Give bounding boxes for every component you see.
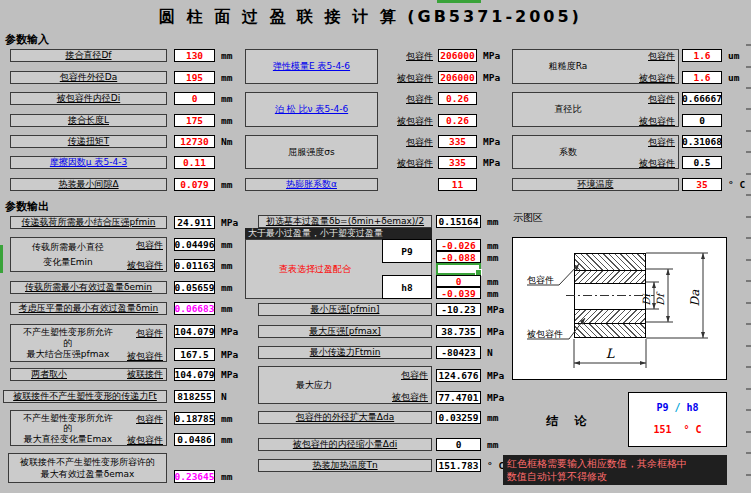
side-contained-part: 被包容件 <box>595 157 675 170</box>
side-container-part: 包容件 <box>595 50 675 63</box>
cell-min-clearance[interactable]: 0.079 <box>174 178 215 191</box>
label-max-pressure: 最大压强[pfmax] <box>258 325 432 338</box>
unit-label: um <box>728 71 739 84</box>
cell-max-pressure[interactable]: 38.735 <box>436 325 481 338</box>
cell-emod-contained[interactable]: 206000 <box>438 71 477 84</box>
poisson-table-link[interactable]: 泊 松 比ν 表5-4-6 <box>246 93 377 126</box>
unit-label: MPa <box>483 71 500 84</box>
cell-fit-lower-code[interactable]: h8 <box>382 275 432 299</box>
side-container-part: 包容件 <box>95 239 163 252</box>
label-ambient-temperature: 环境温度 <box>512 178 679 191</box>
instruction-note-band: 红色框格需要输入相应数值，其余框格中 数值自动计算不得修改 <box>503 455 727 485</box>
cell-min-interference-flattening[interactable]: 0.06683 <box>174 302 215 315</box>
dim-label-di: Di <box>641 294 652 306</box>
dimension-lines: Di Df Da L <box>513 238 728 381</box>
cell-pfmax-container[interactable]: 104.079 <box>174 325 215 338</box>
unit-label: mm <box>487 438 498 451</box>
unit-label: MPa <box>221 348 238 361</box>
cell-max-effective-interference[interactable]: 0.23645 <box>174 470 215 483</box>
unit-label: ° C <box>728 178 745 191</box>
cell-coeff-container[interactable]: 0.31068 <box>682 135 722 148</box>
cell-pfmax-contained[interactable]: 167.5 <box>174 348 215 361</box>
cell-min-joint-pressure[interactable]: 24.911 <box>174 216 215 229</box>
elastic-modulus-table-link[interactable]: 弹性模量E 表5-4-6 <box>246 50 377 83</box>
cell-yield-contained[interactable]: 335 <box>438 156 477 169</box>
box-poisson-ratio: 泊 松 比ν 表5-4-6 <box>245 92 378 127</box>
unit-label: mm <box>487 287 498 299</box>
cell-poisson-contained[interactable]: 0.26 <box>438 114 477 127</box>
friction-table-link[interactable]: 摩擦因数μ 表5-4-3 <box>50 156 127 169</box>
cell-inner-shrink[interactable]: 0 <box>436 438 481 451</box>
cell-joint-length[interactable]: 175 <box>174 114 215 127</box>
side-container-part: 包容件 <box>340 369 428 382</box>
side-contained-part: 被包容件 <box>95 434 163 447</box>
unit-label: mm <box>221 470 232 483</box>
cell-emod-container[interactable]: 206000 <box>438 49 477 62</box>
cell-ambient-temperature[interactable]: 35 <box>682 178 722 191</box>
label-transmissible-force: 被联接件不产生塑性变形的传递力Ft <box>3 390 167 403</box>
cell-yield-container[interactable]: 335 <box>438 135 477 148</box>
unit-label: MPa <box>487 325 504 338</box>
cell-emax-contained[interactable]: 0.0486 <box>174 433 215 446</box>
cell-joint-diameter[interactable]: 130 <box>174 49 215 62</box>
cell-take-smaller[interactable]: 104.079 <box>174 368 215 381</box>
label-torque: 传递扭矩T <box>10 135 167 148</box>
cell-inner-diameter[interactable]: 0 <box>174 92 215 105</box>
cell-min-transmit-force[interactable]: -80423 <box>436 346 481 359</box>
cell-coeff-contained[interactable]: 0.5 <box>682 156 722 169</box>
fit-selection-label: 查表选择过盈配合 <box>255 263 375 276</box>
unit-label: mm <box>487 411 498 424</box>
label-friction-link: 摩擦因数μ 表5-4-3 <box>10 156 167 169</box>
cell-upper-dev-2[interactable]: -0.088 <box>436 251 481 263</box>
cell-torque[interactable]: 12730 <box>174 135 215 148</box>
cell-dratio-container[interactable]: 0.66667 <box>682 92 722 105</box>
thermal-expansion-link[interactable]: 热膨胀系数α <box>286 178 337 191</box>
cell-outer-diameter[interactable]: 195 <box>174 71 215 84</box>
label-min-transmit-force: 最小传递力Ftmin <box>258 346 432 359</box>
diagram-area-label: 示图区 <box>513 211 543 225</box>
spreadsheet: 圆 柱 面 过 盈 联 接 计 算 (GB5371-2005) 参数输入 接合直… <box>0 0 751 493</box>
yield-strength-label: 屈服强度σs <box>246 136 377 168</box>
side-container-part: 包容件 <box>370 136 433 149</box>
selected-cell[interactable] <box>436 263 481 275</box>
unit-label: ° C <box>487 459 504 472</box>
diagram-outer-part-label: 包容件 <box>527 274 554 287</box>
cell-fit-upper-code[interactable]: P9 <box>382 239 432 263</box>
label-min-interference-flattening: 考虑压平量的最小有效过盈量δmin <box>10 302 167 315</box>
label-min-effective-interference: 传载所需最小有效过盈量δemin <box>10 281 167 294</box>
cell-max-stress-container[interactable]: 124.676 <box>436 369 481 382</box>
section-input-label: 参数输入 <box>5 32 49 47</box>
cell-friction[interactable]: 0.11 <box>174 156 215 169</box>
cell-upper-dev-1[interactable]: -0.026 <box>436 239 481 251</box>
unit-label: N <box>221 390 227 403</box>
cell-emin-contained[interactable]: 0.01163 <box>174 259 215 272</box>
unit-label: mm <box>221 412 232 425</box>
cell-lower-dev-1[interactable]: 0 <box>436 275 481 287</box>
cell-min-pressure[interactable]: -10.23 <box>436 303 481 316</box>
cell-dratio-contained[interactable]: 0 <box>682 114 722 127</box>
side-contained-part: 被包容件 <box>95 259 163 272</box>
diagram-inner-part-label: 被包容件 <box>527 328 563 341</box>
cell-lower-dev-2[interactable]: -0.039 <box>436 287 481 299</box>
box-elastic-modulus: 弹性模量E 表5-4-6 <box>245 49 378 84</box>
unit-label: MPa <box>487 369 504 382</box>
conclusion-fit: P9 / h8 <box>629 402 726 413</box>
cell-min-effective-interference[interactable]: 0.05659 <box>174 281 215 294</box>
cell-heating-temperature[interactable]: 151.783 <box>436 459 481 472</box>
cell-outer-expansion[interactable]: 0.03259 <box>436 411 481 424</box>
unit-label: MPa <box>483 135 500 148</box>
side-contained-part: 被包容件 <box>595 115 675 128</box>
cell-roughness-container[interactable]: 1.6 <box>682 49 722 62</box>
cell-emin-container[interactable]: 0.04496 <box>174 238 215 251</box>
cell-basic-interference[interactable]: 0.15164 <box>436 215 481 228</box>
unit-label: mm <box>221 49 232 62</box>
cell-roughness-contained[interactable]: 1.6 <box>682 71 722 84</box>
label-inner-shrink: 被包容件的内径缩小量Δdi <box>258 438 432 451</box>
unit-label: mm <box>487 251 498 263</box>
cell-poisson-container[interactable]: 0.26 <box>438 92 477 105</box>
cell-emax-container[interactable]: 0.18785 <box>174 412 215 425</box>
side-container-part: 包容件 <box>595 136 675 149</box>
cell-thermal-expansion[interactable]: 11 <box>438 178 477 191</box>
cell-max-stress-contained[interactable]: 77.4701 <box>436 391 481 404</box>
cell-transmissible-force[interactable]: 818255 <box>174 390 215 403</box>
